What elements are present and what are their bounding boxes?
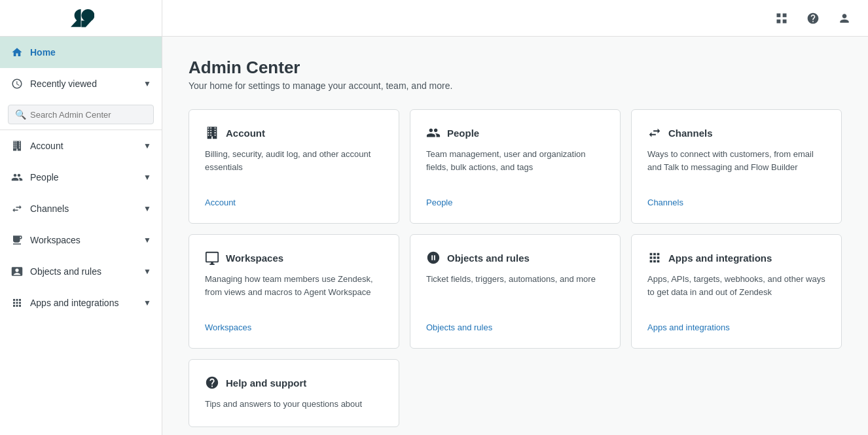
card-objects-rules: Objects and rules Ticket fields, trigger… [410, 234, 621, 349]
page-title: Admin Center [189, 58, 842, 78]
people-icon [10, 171, 24, 184]
page-subtitle: Your home for settings to manage your ac… [189, 80, 842, 91]
card-workspaces-header: Workspaces [205, 251, 383, 265]
card-help-support-title: Help and support [226, 377, 306, 389]
people-card-icon [426, 126, 441, 140]
chevron-down-icon: ▼ [143, 267, 151, 276]
card-workspaces-desc: Managing how team members use Zendesk, f… [205, 273, 383, 312]
card-apps-integrations: Apps and integrations Apps, APIs, target… [631, 234, 842, 349]
card-channels-title: Channels [668, 128, 713, 139]
card-objects-rules-desc: Ticket fields, triggers, automations, an… [426, 273, 604, 312]
chevron-down-icon: ▼ [143, 235, 151, 245]
sidebar-item-recently-viewed[interactable]: Recently viewed ▼ [0, 68, 162, 99]
sidebar: Home Recently viewed ▼ 🔍 Account ▼ Peopl… [0, 0, 162, 435]
card-account-desc: Billing, security, audit log, and other … [205, 148, 383, 187]
channels-card-icon [647, 126, 662, 140]
zendesk-logo [0, 0, 162, 37]
sidebar-channels-label: Channels [30, 203, 137, 214]
channels-icon [10, 202, 24, 215]
sidebar-item-apps-integrations[interactable]: Apps and integrations ▼ [0, 287, 162, 319]
grid-icon-button[interactable] [771, 8, 792, 29]
sidebar-item-home[interactable]: Home [0, 37, 162, 68]
search-input-wrap: 🔍 [8, 105, 154, 124]
building-icon [10, 139, 24, 152]
card-workspaces-link[interactable]: Workspaces [205, 322, 383, 332]
card-account: Account Billing, security, audit log, an… [189, 109, 399, 224]
chevron-down-icon: ▼ [143, 298, 151, 307]
sidebar-item-channels[interactable]: Channels ▼ [0, 193, 162, 224]
search-icon: 🔍 [15, 109, 26, 120]
sidebar-item-account[interactable]: Account ▼ [0, 130, 162, 162]
card-apps-integrations-desc: Apps, APIs, targets, webhooks, and other… [647, 273, 825, 312]
card-help-support-desc: Tips and answers to your questions about [205, 398, 383, 411]
card-apps-integrations-link[interactable]: Apps and integrations [647, 322, 825, 332]
sidebar-objects-rules-label: Objects and rules [30, 266, 137, 277]
user-icon-button[interactable] [834, 8, 855, 29]
card-help-support-header: Help and support [205, 375, 383, 390]
apps-card-icon [647, 251, 662, 265]
main-content: Admin Center Your home for settings to m… [162, 37, 868, 435]
sidebar-item-people[interactable]: People ▼ [0, 162, 162, 193]
card-workspaces: Workspaces Managing how team members use… [189, 234, 399, 349]
card-account-header: Account [205, 126, 383, 140]
objects-icon [10, 265, 24, 278]
chevron-down-icon: ▼ [143, 173, 151, 182]
card-apps-integrations-title: Apps and integrations [668, 252, 772, 264]
card-people-title: People [447, 128, 479, 139]
card-help-support: Help and support Tips and answers to you… [189, 359, 399, 427]
card-objects-rules-link[interactable]: Objects and rules [426, 322, 604, 332]
search-input[interactable] [30, 110, 147, 120]
workspaces-icon [10, 234, 24, 247]
card-channels-header: Channels [647, 126, 825, 140]
sidebar-home-label: Home [30, 47, 151, 58]
sidebar-recently-viewed-label: Recently viewed [30, 78, 137, 89]
sidebar-account-label: Account [30, 141, 137, 151]
home-icon [10, 46, 24, 59]
sidebar-people-label: People [30, 172, 137, 183]
card-people-link[interactable]: People [426, 198, 604, 207]
chevron-down-icon: ▼ [143, 204, 151, 213]
help-icon-button[interactable] [803, 8, 823, 29]
sidebar-workspaces-label: Workspaces [30, 235, 137, 245]
sidebar-item-objects-rules[interactable]: Objects and rules ▼ [0, 256, 162, 287]
objects-card-icon [426, 251, 441, 265]
help-circle-card-icon [205, 375, 219, 390]
card-people: People Team management, user and organiz… [410, 109, 621, 224]
card-account-title: Account [226, 128, 265, 139]
card-objects-rules-title: Objects and rules [447, 252, 530, 264]
card-apps-integrations-header: Apps and integrations [647, 251, 825, 265]
chevron-down-icon: ▼ [143, 141, 151, 150]
main-wrapper: Admin Center Your home for settings to m… [162, 0, 868, 435]
card-account-link[interactable]: Account [205, 198, 383, 207]
cards-grid: Account Billing, security, audit log, an… [189, 109, 842, 349]
monitor-card-icon [205, 251, 219, 265]
card-people-desc: Team management, user and organization f… [426, 148, 604, 187]
sidebar-item-workspaces[interactable]: Workspaces ▼ [0, 224, 162, 256]
clock-icon [10, 77, 24, 90]
partial-cards-row: Help and support Tips and answers to you… [189, 359, 842, 427]
chevron-down-icon: ▼ [143, 79, 151, 88]
card-channels: Channels Ways to connect with customers,… [631, 109, 842, 224]
card-objects-rules-header: Objects and rules [426, 251, 604, 265]
apps-icon [10, 296, 24, 309]
search-container: 🔍 [0, 99, 162, 130]
card-workspaces-title: Workspaces [226, 252, 283, 264]
card-channels-link[interactable]: Channels [647, 198, 825, 207]
topbar [162, 0, 868, 37]
card-channels-desc: Ways to connect with customers, from ema… [647, 148, 825, 187]
sidebar-apps-integrations-label: Apps and integrations [30, 298, 137, 308]
zendesk-logo-svg [68, 9, 94, 27]
building-card-icon [205, 126, 219, 140]
card-people-header: People [426, 126, 604, 140]
